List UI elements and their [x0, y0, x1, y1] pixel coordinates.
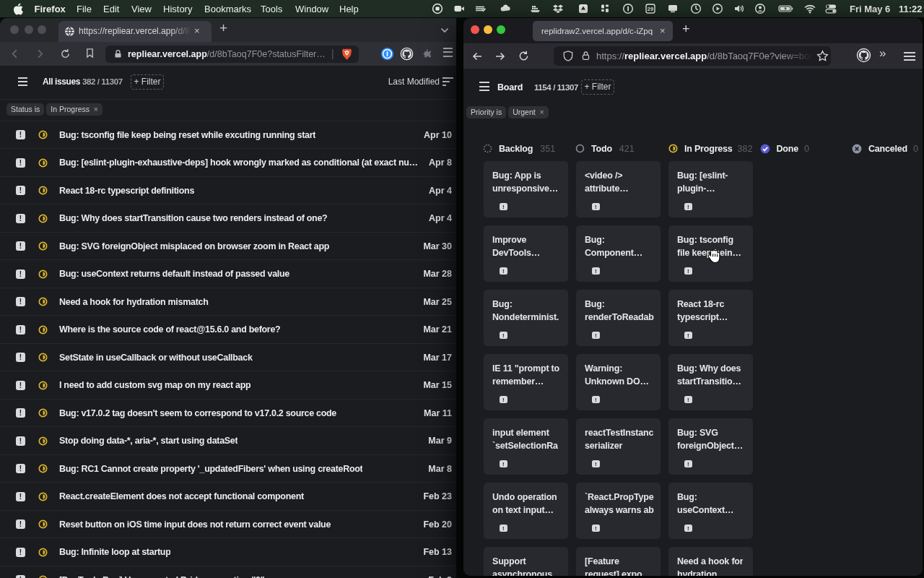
svg-text:29: 29 [648, 6, 653, 12]
